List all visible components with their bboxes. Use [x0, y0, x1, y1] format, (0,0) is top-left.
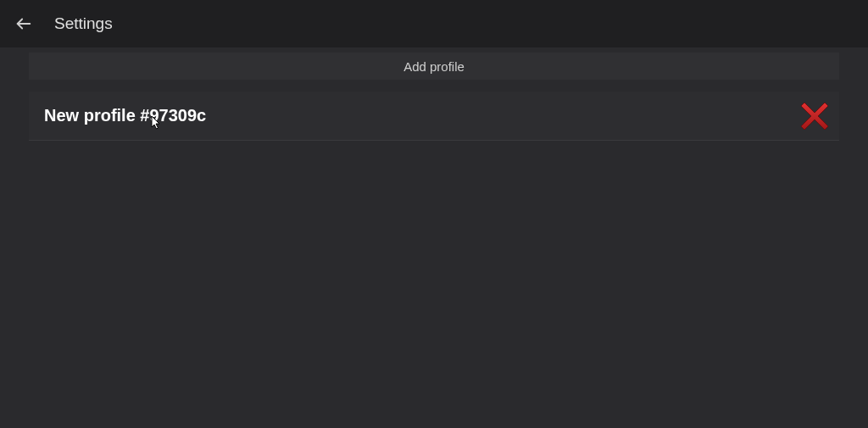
delete-profile-button[interactable]: [790, 92, 839, 141]
page-title: Settings: [54, 14, 113, 33]
profile-name-label: New profile #97309c: [44, 106, 206, 125]
profile-row[interactable]: New profile #97309c: [29, 92, 839, 141]
app-header: Settings: [0, 0, 868, 47]
add-profile-button[interactable]: Add profile: [29, 53, 839, 80]
back-arrow-icon: [14, 14, 33, 33]
add-profile-label: Add profile: [403, 59, 465, 74]
back-button[interactable]: [7, 7, 41, 41]
close-icon: [796, 97, 833, 135]
content-area: Add profile New profile #97309c: [0, 47, 868, 141]
